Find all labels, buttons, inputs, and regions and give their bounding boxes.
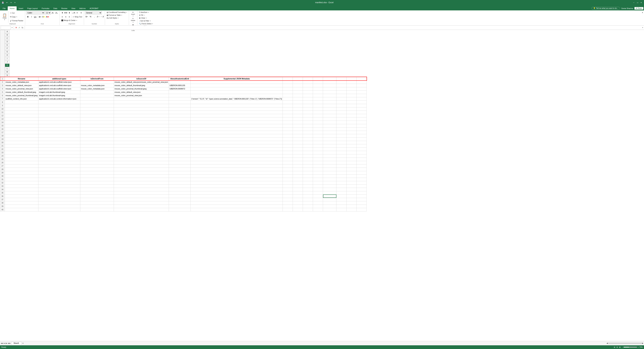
cell-D3[interactable]: mouse_colon_default_thumbnail.jpeg: [114, 84, 169, 87]
cell-B9[interactable]: [38, 104, 80, 107]
cell-J20[interactable]: [313, 141, 323, 144]
cell-A14[interactable]: [5, 121, 38, 124]
cell-J34[interactable]: [313, 188, 323, 191]
cell-L35[interactable]: [336, 191, 346, 194]
cell-A26[interactable]: [5, 161, 38, 164]
col-header-N[interactable]: N: [5, 74, 10, 77]
cell-L32[interactable]: [336, 181, 346, 184]
cell-F8[interactable]: [190, 101, 282, 104]
cell-D16[interactable]: [114, 127, 169, 131]
cell-K35[interactable]: [323, 191, 336, 194]
cell-N16[interactable]: [356, 127, 366, 131]
cell-N4[interactable]: [356, 87, 366, 90]
cell-L29[interactable]: [336, 171, 346, 174]
fill-button[interactable]: ⬇ Fill ▼: [138, 14, 146, 17]
cell-M26[interactable]: [346, 161, 356, 164]
horizontal-scrollbar[interactable]: [608, 343, 642, 344]
cell-G30[interactable]: [283, 174, 293, 178]
cell-E40[interactable]: [169, 208, 190, 211]
cell-B17[interactable]: [38, 131, 80, 134]
row-num-37[interactable]: 37: [0, 198, 5, 201]
cell-L16[interactable]: [336, 127, 346, 131]
fill-color-button[interactable]: A: [42, 15, 46, 19]
cell-E32[interactable]: [169, 181, 190, 184]
delete-button[interactable]: ⊖ Delete ▼: [130, 17, 136, 23]
cell-N17[interactable]: [356, 131, 366, 134]
cell-E15[interactable]: [169, 124, 190, 127]
cell-D2[interactable]: mouse_colon_default_view.jsonmouse_colon…: [114, 80, 169, 84]
cell-D15[interactable]: [114, 124, 169, 127]
cell-N34[interactable]: [356, 188, 366, 191]
cell-E6[interactable]: [169, 94, 190, 97]
cell-L26[interactable]: [336, 161, 346, 164]
cell-B39[interactable]: [38, 205, 80, 208]
cell-D29[interactable]: [114, 171, 169, 174]
cell-L40[interactable]: [336, 208, 346, 211]
cell-L22[interactable]: [336, 148, 346, 151]
cell-I10[interactable]: [303, 107, 313, 111]
italic-button[interactable]: I: [30, 15, 33, 19]
tab-add-ins[interactable]: Add-ins: [77, 6, 88, 11]
cell-C33[interactable]: [80, 184, 114, 188]
cell-K24[interactable]: [323, 154, 336, 158]
row-num-4[interactable]: 4: [0, 87, 5, 90]
cell-I9[interactable]: [303, 104, 313, 107]
cell-K13[interactable]: [323, 117, 336, 121]
cell-J10[interactable]: [313, 107, 323, 111]
cell-F2[interactable]: [190, 80, 282, 84]
cell-M30[interactable]: [346, 174, 356, 178]
cell-L11[interactable]: [336, 111, 346, 114]
cell-D17[interactable]: [114, 131, 169, 134]
cell-A22[interactable]: [5, 148, 38, 151]
cell-K18[interactable]: [323, 134, 336, 137]
cell-K33[interactable]: [323, 184, 336, 188]
row-num-12[interactable]: 12: [0, 114, 5, 117]
cell-C39[interactable]: [80, 205, 114, 208]
cell-D10[interactable]: [114, 107, 169, 111]
cell-I8[interactable]: [303, 101, 313, 104]
cell-D12[interactable]: [114, 114, 169, 117]
cell-C24[interactable]: [80, 154, 114, 158]
cell-F32[interactable]: [190, 181, 282, 184]
cell-H31[interactable]: [293, 178, 303, 181]
cell-B25[interactable]: [38, 158, 80, 161]
cell-I25[interactable]: [303, 158, 313, 161]
cell-N40[interactable]: [356, 208, 366, 211]
cell-F34[interactable]: [190, 188, 282, 191]
minimize-button[interactable]: ─: [632, 1, 635, 4]
row-num-15[interactable]: 15: [0, 124, 5, 127]
cell-D22[interactable]: [114, 148, 169, 151]
cell-L24[interactable]: [336, 154, 346, 158]
cell-G34[interactable]: [283, 188, 293, 191]
row-num-19[interactable]: 19: [0, 137, 5, 141]
cell-A29[interactable]: [5, 171, 38, 174]
cell-L37[interactable]: [336, 198, 346, 201]
cell-A37[interactable]: [5, 198, 38, 201]
border-button[interactable]: ⊞▼: [38, 15, 42, 19]
cell-F21[interactable]: [190, 144, 282, 148]
cell-M37[interactable]: [346, 198, 356, 201]
cell-F18[interactable]: [190, 134, 282, 137]
row-num-28[interactable]: 28: [0, 168, 5, 171]
cell-I7[interactable]: [303, 97, 313, 101]
align-bottom-button[interactable]: ⬇: [68, 11, 71, 15]
cell-N20[interactable]: [356, 141, 366, 144]
cell-N9[interactable]: [356, 104, 366, 107]
row-num-25[interactable]: 25: [0, 158, 5, 161]
cell-J31[interactable]: [313, 178, 323, 181]
cell-M10[interactable]: [346, 107, 356, 111]
align-left-button[interactable]: ≡: [60, 15, 64, 19]
cell-F10[interactable]: [190, 107, 282, 111]
cell-F23[interactable]: [190, 151, 282, 154]
cell-N6[interactable]: [356, 94, 366, 97]
cell-G39[interactable]: [283, 205, 293, 208]
cell-F36[interactable]: [190, 194, 282, 198]
cell-I19[interactable]: [303, 137, 313, 141]
cell-A38[interactable]: [5, 201, 38, 205]
paste-button[interactable]: 📋 Paste ▼: [1, 11, 8, 23]
cell-E18[interactable]: [169, 134, 190, 137]
cell-H3[interactable]: [293, 84, 303, 87]
cell-J28[interactable]: [313, 168, 323, 171]
cell-J9[interactable]: [313, 104, 323, 107]
row-num-3[interactable]: 3: [0, 84, 5, 87]
